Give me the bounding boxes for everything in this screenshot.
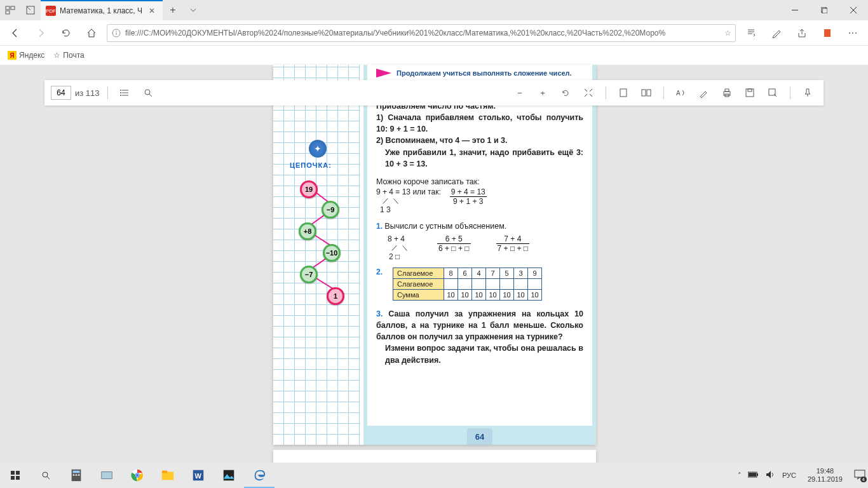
chain-node: +8 <box>299 222 316 240</box>
svg-point-12 <box>120 90 121 91</box>
address-bar[interactable]: file:///C:/МОИ%20ДОКУМЕНТЫ/Автор%2024/по… <box>107 24 736 42</box>
svg-point-7 <box>116 30 117 32</box>
chain-title: ЦЕПОЧКА: <box>290 161 332 169</box>
expr-1b: 2 □ <box>388 252 412 261</box>
more-icon[interactable] <box>843 23 863 43</box>
system-tray: ˄ РУС 19:48 29.11.2019 4 <box>738 467 868 484</box>
home-button[interactable] <box>81 23 102 43</box>
forward-button[interactable] <box>31 23 51 43</box>
rotate-icon[interactable] <box>556 83 575 102</box>
taskbar-photos[interactable] <box>214 463 244 488</box>
save-icon[interactable] <box>740 83 759 102</box>
search-button[interactable] <box>31 463 61 488</box>
star-badge-icon: ✦ <box>309 140 327 158</box>
zoom-in-icon[interactable]: + <box>533 83 552 102</box>
two-page-icon[interactable] <box>637 83 656 102</box>
page-number-input[interactable] <box>51 86 71 100</box>
start-button[interactable] <box>0 463 31 488</box>
pdf-icon: PDF <box>46 6 56 16</box>
chain-connectors <box>286 173 356 306</box>
volume-icon[interactable] <box>766 470 776 480</box>
svg-rect-18 <box>647 90 651 96</box>
chain-node: −7 <box>300 266 318 283</box>
back-button[interactable] <box>5 23 25 43</box>
svg-rect-0 <box>6 6 10 10</box>
svg-point-11 <box>855 32 857 34</box>
svg-rect-2 <box>6 11 10 14</box>
yandex-icon: Я <box>8 51 17 60</box>
favorite-star-icon[interactable]: ☆ <box>724 29 731 37</box>
text-step1: 1) Сначала прибавляем столько, чтобы пол… <box>376 112 583 135</box>
svg-point-30 <box>43 472 48 477</box>
new-tab-button[interactable]: + <box>163 0 183 20</box>
refresh-button[interactable] <box>56 23 76 43</box>
star-icon: ☆ <box>53 51 60 60</box>
svg-rect-26 <box>11 471 15 475</box>
clock[interactable]: 19:48 29.11.2019 <box>803 467 848 484</box>
svg-point-14 <box>120 95 121 96</box>
svg-rect-5 <box>822 8 827 13</box>
taskbar-snip[interactable] <box>92 463 122 488</box>
fraction-1: 9 + 4 = 139 + 1 + 3 <box>450 187 487 206</box>
set-aside-icon[interactable] <box>20 0 41 20</box>
print-icon[interactable] <box>717 83 736 102</box>
tabs-chevron-icon[interactable] <box>183 0 203 20</box>
fit-icon[interactable] <box>579 83 598 102</box>
close-button[interactable] <box>839 0 868 20</box>
pdf-toolbar: из 113 − + A <box>44 80 824 105</box>
task-3: Саша получил за упражнения на кольцах 10… <box>376 309 583 341</box>
office-icon[interactable] <box>817 23 837 43</box>
zoom-out-icon[interactable]: − <box>510 83 529 102</box>
expr-1: 8 + 4 <box>388 234 412 243</box>
svg-point-13 <box>120 92 121 93</box>
taskbar-word[interactable]: W <box>183 463 214 488</box>
share-icon[interactable] <box>792 23 812 43</box>
svg-rect-47 <box>757 473 758 476</box>
svg-rect-33 <box>73 474 75 476</box>
tab-close-icon[interactable]: ✕ <box>146 6 158 15</box>
svg-rect-24 <box>748 89 752 92</box>
action-center-icon[interactable]: 4 <box>854 470 865 481</box>
language-indicator[interactable]: РУС <box>782 471 796 479</box>
notes-icon[interactable] <box>766 23 787 43</box>
svg-point-9 <box>849 32 850 34</box>
pin-icon[interactable] <box>798 83 817 102</box>
svg-rect-34 <box>76 474 78 476</box>
fav-yandex[interactable]: ЯЯндекс <box>8 51 44 60</box>
pdf-viewer: ✦ ЦЕПОЧКА: 19 −9 +8 −10 −7 1 Продолжаем … <box>0 65 868 463</box>
svg-rect-29 <box>16 476 20 480</box>
taskbar-calculator[interactable] <box>61 463 92 488</box>
window-titlebar: PDF Математика, 1 класс, Ч ✕ + <box>0 0 868 20</box>
pdf-page: ✦ ЦЕПОЧКА: 19 −9 +8 −10 −7 1 Продолжаем … <box>273 65 596 445</box>
toc-icon[interactable] <box>116 83 135 102</box>
minimize-button[interactable] <box>780 0 810 20</box>
svg-rect-8 <box>824 29 831 37</box>
svg-rect-45 <box>224 470 234 481</box>
svg-rect-16 <box>620 89 627 97</box>
taskbar-explorer[interactable] <box>153 463 183 488</box>
svg-rect-21 <box>725 89 729 92</box>
svg-rect-48 <box>749 473 756 477</box>
tray-chevron-icon[interactable]: ˄ <box>738 471 742 480</box>
reading-list-icon[interactable] <box>741 23 761 43</box>
maximize-button[interactable] <box>810 0 839 20</box>
taskbar-edge[interactable] <box>244 463 275 488</box>
fav-mail[interactable]: ☆Почта <box>53 51 84 60</box>
task-view-icon[interactable] <box>0 0 20 20</box>
taskbar-chrome[interactable] <box>122 463 153 488</box>
svg-rect-17 <box>642 90 646 96</box>
browser-tab[interactable]: PDF Математика, 1 класс, Ч ✕ <box>41 0 163 20</box>
chain-node: −9 <box>322 201 339 219</box>
battery-icon[interactable] <box>748 471 759 480</box>
eq-1: 9 + 4 = 13 или так: <box>376 187 441 196</box>
draw-icon[interactable] <box>695 83 714 102</box>
svg-point-15 <box>145 90 150 95</box>
text-step2a: 2) Вспоминаем, что 4 — это 1 и 3. <box>376 135 583 146</box>
svg-rect-35 <box>78 474 80 476</box>
saveas-icon[interactable] <box>763 83 782 102</box>
search-icon[interactable] <box>139 83 158 102</box>
svg-rect-23 <box>746 89 754 97</box>
section-arrow-icon <box>376 69 391 78</box>
page-view-icon[interactable] <box>614 83 633 102</box>
read-aloud-icon[interactable]: A <box>672 83 691 102</box>
